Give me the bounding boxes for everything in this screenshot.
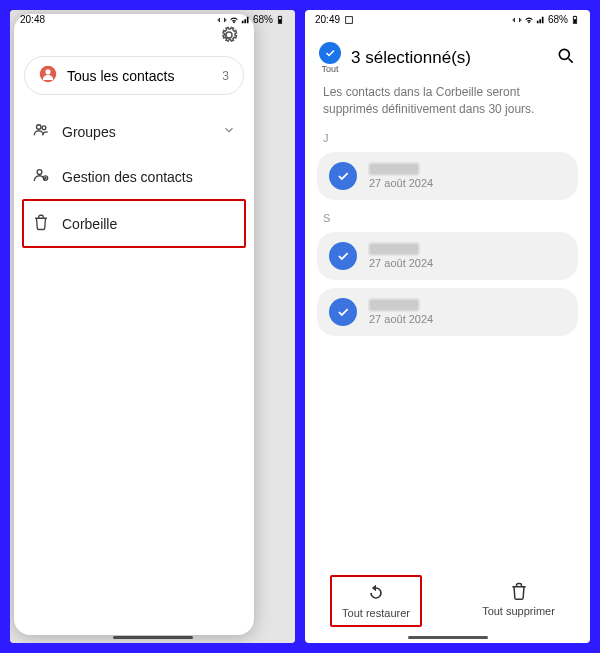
vibrate-icon	[217, 15, 227, 25]
contact-name-blurred	[369, 163, 419, 175]
signal-icon	[241, 15, 251, 25]
select-all-label: Tout	[321, 64, 338, 74]
delete-all-button[interactable]: Tout supprimer	[472, 575, 565, 627]
nav-drawer: Tous les contacts 3 Groupes Gestion des …	[14, 14, 254, 635]
select-all-toggle[interactable]: Tout	[319, 42, 341, 74]
contact-name-blurred	[369, 299, 419, 311]
wifi-icon	[524, 15, 534, 25]
trash-contact-row[interactable]: 27 août 2024	[317, 232, 578, 280]
home-indicator[interactable]	[113, 636, 193, 639]
trash-contact-row[interactable]: 27 août 2024	[317, 152, 578, 200]
trash-contact-row[interactable]: 27 août 2024	[317, 288, 578, 336]
svg-rect-12	[574, 19, 577, 23]
manage-contacts-icon	[32, 166, 50, 187]
battery-icon	[275, 15, 285, 25]
phone-left: Mon p Ajouté J S S ★ J J S S S 20:48 68%	[10, 10, 295, 643]
letter-group-S: S	[305, 204, 590, 228]
check-icon	[319, 42, 341, 64]
signal-icon	[536, 15, 546, 25]
status-time: 20:48	[20, 14, 45, 25]
deleted-date: 27 août 2024	[369, 257, 433, 269]
restore-icon	[366, 583, 386, 605]
battery-pct: 68%	[548, 14, 568, 25]
vibrate-icon	[512, 15, 522, 25]
status-time: 20:49	[315, 14, 340, 25]
drawer-groups[interactable]: Groupes	[24, 109, 244, 154]
status-icons: 68%	[217, 14, 285, 25]
svg-rect-1	[279, 15, 281, 16]
letter-group-J: J	[305, 124, 590, 148]
contact-name-blurred	[369, 243, 419, 255]
groups-icon	[32, 121, 50, 142]
drawer-manage-contacts[interactable]: Gestion des contacts	[24, 154, 244, 199]
deleted-date: 27 août 2024	[369, 177, 433, 189]
svg-rect-11	[574, 15, 576, 16]
bottom-action-bar: Tout restaurer Tout supprimer	[305, 567, 590, 643]
check-icon	[329, 162, 357, 190]
svg-rect-9	[346, 16, 353, 23]
wifi-icon	[229, 15, 239, 25]
svg-point-7	[37, 170, 42, 175]
svg-point-4	[45, 69, 50, 74]
check-icon	[329, 298, 357, 326]
battery-icon	[570, 15, 580, 25]
svg-point-6	[42, 126, 46, 130]
search-icon[interactable]	[556, 46, 576, 70]
drawer-item-label: Tous les contacts	[67, 68, 174, 84]
deleted-date: 27 août 2024	[369, 313, 433, 325]
svg-point-13	[559, 49, 569, 59]
drawer-all-contacts[interactable]: Tous les contacts 3	[24, 56, 244, 95]
chevron-down-icon	[222, 123, 236, 140]
status-icons: 68%	[512, 14, 580, 25]
drawer-item-label: Corbeille	[62, 216, 117, 232]
trash-info-banner: Les contacts dans la Corbeille seront su…	[305, 84, 590, 124]
delete-all-label: Tout supprimer	[482, 605, 555, 617]
selection-count-title: 3 sélectionné(s)	[351, 48, 471, 68]
trash-icon	[32, 213, 50, 234]
home-indicator[interactable]	[408, 636, 488, 639]
check-icon	[329, 242, 357, 270]
restore-all-button[interactable]: Tout restaurer	[330, 575, 422, 627]
person-icon	[39, 65, 57, 86]
restore-all-label: Tout restaurer	[342, 607, 410, 619]
svg-rect-2	[279, 19, 282, 23]
battery-pct: 68%	[253, 14, 273, 25]
gear-icon[interactable]	[220, 26, 238, 48]
contact-count: 3	[222, 69, 229, 83]
drawer-item-label: Gestion des contacts	[62, 169, 193, 185]
trash-icon	[509, 581, 529, 603]
selection-header: Tout 3 sélectionné(s)	[305, 26, 590, 84]
drawer-trash[interactable]: Corbeille	[22, 199, 246, 248]
phone-right: 20:49 68% Tout 3 sélectionné(s) Les cont…	[305, 10, 590, 643]
svg-point-5	[37, 125, 42, 130]
drawer-item-label: Groupes	[62, 124, 116, 140]
screenshot-icon	[344, 15, 354, 25]
